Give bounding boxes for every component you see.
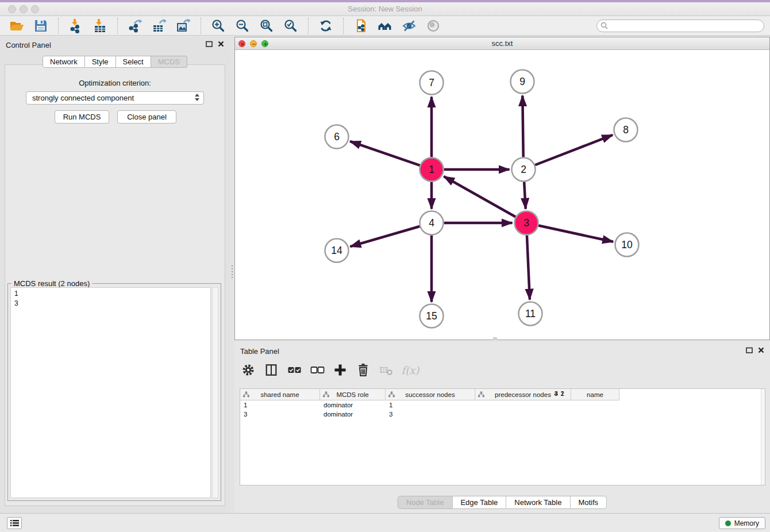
network-view-window: scc.txt 7968124314101511 [234,37,770,340]
float-table-panel-icon[interactable] [746,347,753,353]
network-canvas[interactable]: 7968124314101511 [235,50,769,340]
svg-text:14: 14 [331,245,342,256]
graph-node-8[interactable]: 8 [614,118,638,142]
import-network-button[interactable] [68,18,84,34]
svg-text:2: 2 [521,164,526,175]
svg-text:9: 9 [519,76,525,87]
export-network-button[interactable] [127,18,143,34]
network-window-title: scc.txt [235,39,769,48]
graph-edge-2-9[interactable] [522,95,523,157]
export-table-button[interactable] [151,18,167,34]
network-window-titlebar[interactable]: scc.txt [235,37,769,50]
gear-icon [241,363,255,377]
export-image-button[interactable] [175,18,191,34]
first-neighbors-button[interactable] [377,18,393,34]
open-session-button[interactable] [9,18,25,34]
tab-edge-table[interactable]: Edge Table [452,496,506,509]
table-panel: Table Panel [234,342,770,513]
duplicate-network-icon [353,18,368,33]
refresh-button[interactable] [318,18,334,34]
graph-node-2[interactable]: 2 [512,158,536,182]
zoom-in-button[interactable] [210,18,226,34]
graph-node-1[interactable]: 1 [420,158,444,182]
function-builder-button[interactable]: f(x) [401,362,417,378]
graph-edge-1-6[interactable] [350,141,420,165]
task-history-button[interactable] [7,517,22,529]
hide-selected-button[interactable] [401,18,417,34]
main-toolbar [0,16,770,36]
svg-text:15: 15 [426,310,437,322]
graph-node-15[interactable]: 15 [420,304,444,328]
search-input[interactable] [596,20,764,32]
zoom-out-button[interactable] [234,18,251,34]
tab-network[interactable]: Network [43,56,85,68]
graph-node-14[interactable]: 14 [325,239,349,263]
mcds-result-list[interactable]: 13 [10,287,211,498]
close-panel-button[interactable]: Close panel [117,110,176,124]
dropdown-value: strongly connected component [32,94,134,102]
graph-node-3[interactable]: 3 [515,211,538,235]
export-image-icon [176,18,191,33]
select-all-button[interactable] [286,362,302,378]
graph-node-7[interactable]: 7 [420,71,444,95]
close-panel-icon[interactable] [218,41,224,47]
import-table-button[interactable] [92,18,108,34]
tab-select[interactable]: Select [116,56,151,68]
graph-edge-3-11[interactable] [527,235,530,299]
graph-node-10[interactable]: 10 [615,233,639,257]
save-session-button[interactable] [33,18,49,34]
graph-edge-3-1[interactable] [444,176,515,217]
graph-edge-4-14[interactable] [351,226,420,246]
graph-node-6[interactable]: 6 [325,125,349,149]
table-row[interactable]: 3dominator323 [240,410,765,419]
memory-button[interactable]: Memory [719,517,765,529]
table-cell[interactable]: 2 [475,389,571,485]
table-settings-button[interactable] [240,362,256,378]
table-cell[interactable]: dominator [320,400,386,410]
zoom-selected-button[interactable] [283,18,299,34]
hierarchy-icon [388,391,395,398]
table-cell[interactable]: 3 [240,410,320,419]
tab-node-table[interactable]: Node Table [398,496,453,509]
tab-style[interactable]: Style [85,56,116,68]
show-all-button[interactable] [425,18,441,34]
delete-column-button[interactable] [355,362,371,378]
tab-mcds[interactable]: MCDS [151,56,187,68]
tab-network-table[interactable]: Network Table [506,496,570,509]
column-header-MCDS-role[interactable]: MCDS role [320,389,386,400]
graph-edge-2-8[interactable] [535,135,613,165]
table-scrollbar[interactable] [761,389,765,485]
graph-edge-2-3[interactable] [524,182,526,209]
zoom-fit-button[interactable] [259,18,275,34]
result-scrollbar[interactable] [212,287,218,498]
graph-node-11[interactable]: 11 [519,302,542,326]
run-mcds-button[interactable]: Run MCDS [55,110,109,124]
result-item[interactable]: 1 [11,289,210,299]
table-cell[interactable]: 1 [386,400,434,410]
zoom-in-icon [211,18,226,33]
column-header-successor-nodes[interactable]: successor nodes [386,389,475,400]
toggle-column-view-button[interactable] [263,362,279,378]
deselect-all-button[interactable] [309,362,325,378]
tab-motifs[interactable]: Motifs [570,496,607,509]
table-cell[interactable]: 1 [240,400,320,410]
add-column-button[interactable] [332,362,348,378]
control-panel-title: Control Panel [6,41,51,49]
table-cell[interactable]: 3 [386,410,434,419]
toolbar-separator [58,18,59,34]
delete-table-button[interactable] [378,362,394,378]
svg-text:11: 11 [525,308,536,319]
network-resize-handle[interactable] [493,337,497,340]
close-table-panel-icon[interactable] [758,347,764,353]
column-header-shared-name[interactable]: shared name [240,389,320,400]
graph-node-9[interactable]: 9 [511,70,534,94]
column-header-name[interactable]: name [571,389,619,400]
graph-node-4[interactable]: 4 [420,211,444,235]
panel-splitter[interactable] [230,36,234,513]
optimization-criterion-select[interactable]: strongly connected component [26,91,204,105]
table-cell[interactable]: dominator [320,410,386,419]
duplicate-network-button[interactable] [353,18,369,34]
float-panel-icon[interactable] [206,41,213,47]
result-item[interactable]: 3 [11,299,210,309]
graph-edge-3-10[interactable] [538,226,613,242]
